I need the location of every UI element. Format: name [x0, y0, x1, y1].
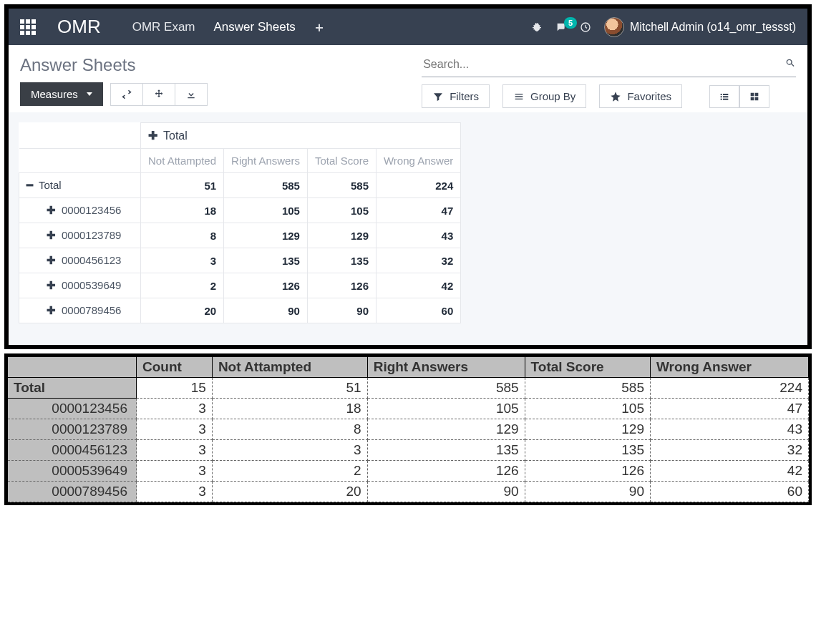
cell: 135: [525, 440, 650, 461]
activity-icon[interactable]: [580, 21, 591, 33]
summary-rowlabel: 0000539649: [8, 461, 137, 482]
expand-button[interactable]: [143, 83, 175, 106]
cell[interactable]: 3: [141, 248, 224, 273]
plus-icon: ✚: [148, 130, 157, 142]
favorites-button[interactable]: Favorites: [599, 84, 682, 108]
pivot-col-wrong[interactable]: Wrong Answer: [376, 149, 460, 173]
nav-link-answer-sheets[interactable]: Answer Sheets: [214, 20, 296, 34]
cell: 3: [137, 419, 213, 440]
flip-axis-button[interactable]: [110, 83, 143, 106]
cell[interactable]: 585: [224, 173, 308, 198]
cell[interactable]: 129: [224, 223, 308, 248]
cell: 15: [137, 378, 213, 399]
apps-icon[interactable]: [20, 19, 36, 35]
download-icon: [185, 89, 197, 100]
summary-col-count: Count: [137, 357, 213, 378]
cell[interactable]: 2: [141, 273, 224, 298]
cell: 90: [525, 482, 650, 502]
control-panel: Answer Sheets Measures: [9, 45, 807, 112]
nav-link-omr-exam[interactable]: OMR Exam: [132, 20, 195, 34]
summary-row: 0000789456320909060: [8, 482, 809, 502]
view-pivot-button[interactable]: [739, 85, 769, 108]
summary-row: 00004561233313513532: [8, 440, 809, 461]
cell[interactable]: 224: [376, 173, 460, 198]
cell[interactable]: 42: [376, 273, 460, 298]
view-list-button[interactable]: [709, 85, 739, 108]
pivot-row[interactable]: ✚0000789456: [19, 298, 141, 323]
groupby-button[interactable]: Group By: [502, 84, 586, 108]
cell: 105: [525, 399, 650, 419]
cell: 51: [212, 378, 367, 399]
pivot-col-not-attempted[interactable]: Not Attampted: [141, 149, 224, 173]
chevron-down-icon: [87, 92, 92, 96]
cell[interactable]: 129: [307, 223, 376, 248]
add-icon[interactable]: ＋: [313, 19, 326, 36]
cell[interactable]: 90: [307, 298, 376, 323]
plus-icon: ✚: [47, 279, 56, 291]
swap-icon: [121, 89, 132, 100]
cell[interactable]: 90: [224, 298, 308, 323]
bug-icon[interactable]: [531, 21, 543, 33]
list-view-icon: [719, 91, 730, 102]
summary-col-not-attempted: Not Attampted: [212, 357, 367, 378]
cell: 20: [212, 482, 367, 502]
summary-rowlabel: 0000123789: [8, 419, 137, 440]
cell[interactable]: 105: [224, 198, 308, 223]
cell[interactable]: 135: [224, 248, 308, 273]
cell[interactable]: 32: [376, 248, 460, 273]
cell: 3: [137, 461, 213, 482]
search-input[interactable]: [422, 55, 785, 74]
summary-col-right: Right Answers: [367, 357, 525, 378]
user-menu[interactable]: Mitchell Admin (o14_omr_tessst): [604, 17, 796, 37]
summary-rowlabel: 0000456123: [8, 440, 137, 461]
cell[interactable]: 20: [141, 298, 224, 323]
summary-col-score: Total Score: [525, 357, 650, 378]
cell: 3: [137, 399, 213, 419]
pivot-row[interactable]: ✚0000123789: [19, 223, 141, 248]
cell[interactable]: 60: [376, 298, 460, 323]
cell[interactable]: 135: [307, 248, 376, 273]
messages-icon[interactable]: 5: [555, 21, 567, 33]
brand-title[interactable]: OMR: [57, 16, 101, 38]
pivot-row[interactable]: ✚0000123456: [19, 198, 141, 223]
cell[interactable]: 18: [141, 198, 224, 223]
cell: 90: [367, 482, 525, 502]
favorites-label: Favorites: [627, 90, 671, 102]
groupby-label: Group By: [530, 90, 575, 102]
cell: 126: [367, 461, 525, 482]
pivot-col-score[interactable]: Total Score: [307, 149, 376, 173]
cell: 8: [212, 419, 367, 440]
pivot-row[interactable]: ✚0000539649: [19, 273, 141, 298]
plus-icon: ✚: [47, 204, 56, 216]
page-title: Answer Sheets: [20, 55, 400, 75]
filters-button[interactable]: Filters: [422, 84, 490, 108]
cell[interactable]: 126: [307, 273, 376, 298]
messages-badge: 5: [564, 17, 577, 29]
avatar: [604, 17, 624, 37]
download-button[interactable]: [175, 83, 208, 106]
cell[interactable]: 43: [376, 223, 460, 248]
cell[interactable]: 47: [376, 198, 460, 223]
cell: 129: [525, 419, 650, 440]
cell: 135: [367, 440, 525, 461]
cell: 32: [650, 440, 808, 461]
summary-rowlabel: 0000123456: [8, 399, 137, 419]
cell[interactable]: 8: [141, 223, 224, 248]
measures-button[interactable]: Measures: [20, 82, 103, 106]
cell: 3: [137, 440, 213, 461]
pivot-col-right[interactable]: Right Answers: [224, 149, 308, 173]
summary-corner: [8, 357, 137, 378]
cell: 2: [212, 461, 367, 482]
cell[interactable]: 126: [224, 273, 308, 298]
pivot-total-header[interactable]: ✚Total: [141, 123, 461, 149]
pivot-table: ✚Total Not Attampted Right Answers Total…: [19, 122, 461, 323]
cell[interactable]: 51: [141, 173, 224, 198]
plus-icon: ✚: [47, 254, 56, 266]
cell[interactable]: 105: [307, 198, 376, 223]
pivot-row[interactable]: ✚0000456123: [19, 248, 141, 273]
pivot-row-total[interactable]: ━Total: [19, 173, 141, 198]
list-icon: [513, 91, 525, 102]
search-icon[interactable]: [785, 57, 796, 72]
grid-view-icon: [749, 91, 760, 102]
cell[interactable]: 585: [307, 173, 376, 198]
